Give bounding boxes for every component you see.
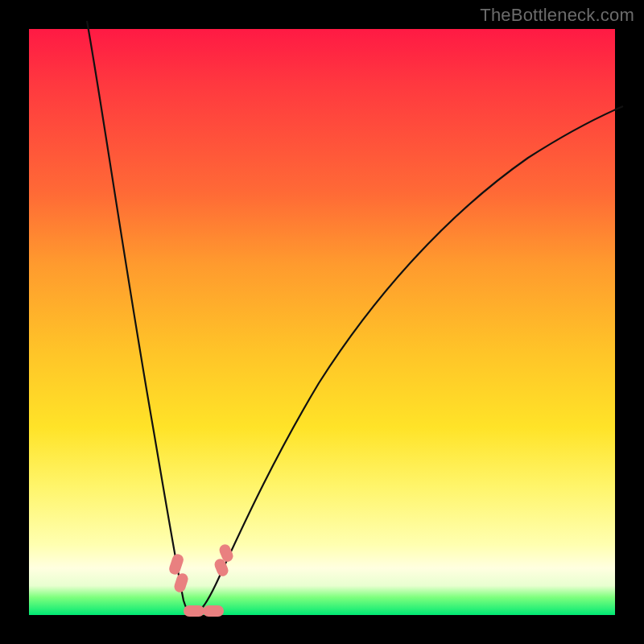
- watermark-text: TheBottleneck.com: [480, 5, 634, 26]
- curve-layer: [29, 29, 615, 615]
- outer-frame: TheBottleneck.com: [0, 0, 644, 644]
- curve-right-branch: [192, 106, 623, 614]
- marker-left-bottom: [173, 572, 190, 593]
- marker-min-right: [203, 605, 224, 617]
- marker-left-top: [167, 552, 184, 576]
- curve-left-branch: [87, 21, 192, 614]
- marker-min-left: [184, 605, 204, 617]
- plot-area: [29, 29, 615, 615]
